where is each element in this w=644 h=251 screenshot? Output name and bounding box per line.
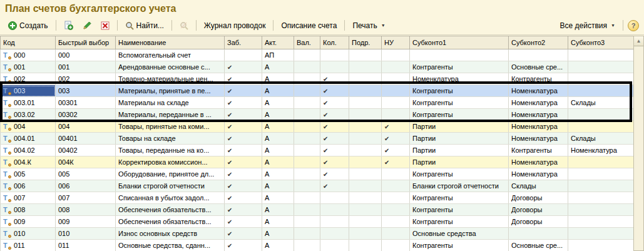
cell-quick-select[interactable]: 00301 <box>56 97 116 109</box>
cell-subconto3[interactable] <box>568 204 634 216</box>
cell-quick-select[interactable]: 00402 <box>56 145 116 156</box>
cell-subconto2[interactable]: Номенклатура <box>509 109 568 121</box>
cell-val[interactable] <box>294 97 320 109</box>
cell-akt[interactable]: А <box>262 109 294 121</box>
cell-subconto2[interactable]: Номенклатура <box>509 168 568 180</box>
cell-name[interactable]: Материалы, принятые в пе... <box>116 85 225 97</box>
table-row[interactable]: Т004.02 00402 Товары, переданные на ко..… <box>1 145 634 156</box>
column-header-quick-select[interactable]: Быстрый выбор <box>56 36 116 49</box>
cell-akt[interactable]: А <box>262 216 294 228</box>
cell-akt[interactable]: А <box>262 156 294 168</box>
cell-subconto1[interactable]: Партии <box>410 133 509 145</box>
cell-val[interactable] <box>294 133 320 145</box>
cell-val[interactable] <box>294 240 320 251</box>
column-header-kol[interactable]: Кол. <box>320 36 349 49</box>
cell-name[interactable]: Обеспечения обязательств... <box>116 204 225 216</box>
cell-quick-select[interactable]: 003 <box>56 85 116 97</box>
column-header-subconto1[interactable]: Субконто1 <box>410 36 509 49</box>
cell-podr[interactable] <box>349 216 382 228</box>
cell-podr[interactable] <box>349 97 382 109</box>
all-actions-button[interactable]: Все действия ▼ <box>557 19 618 32</box>
cell-subconto3[interactable] <box>568 168 634 180</box>
cell-subconto3[interactable] <box>568 73 634 85</box>
cell-nu[interactable] <box>382 240 410 251</box>
cell-subconto1[interactable]: Контрагенты <box>410 97 509 109</box>
cell-name[interactable]: Оборудование, принятое дл... <box>116 168 225 180</box>
cell-subconto2[interactable]: Номенклатура <box>509 121 568 133</box>
cell-quick-select[interactable]: 00401 <box>56 133 116 145</box>
cell-subconto3[interactable] <box>568 49 634 61</box>
column-header-subconto2[interactable]: Субконто2 <box>509 36 568 49</box>
cell-quick-select[interactable]: 005 <box>56 168 116 180</box>
cell-kol[interactable] <box>320 216 349 228</box>
table-row[interactable]: Т005 005 Оборудование, принятое дл... ✔ … <box>1 168 634 180</box>
cell-akt[interactable]: А <box>262 240 294 251</box>
cell-subconto2[interactable]: Договоры <box>509 192 568 204</box>
cell-val[interactable] <box>294 216 320 228</box>
cell-akt[interactable]: А <box>262 192 294 204</box>
cell-val[interactable] <box>294 85 320 97</box>
cell-code[interactable]: Т011 <box>1 240 56 251</box>
cell-nu[interactable] <box>382 109 410 121</box>
cell-subconto2[interactable]: Номенклатура <box>509 133 568 145</box>
cell-val[interactable] <box>294 180 320 192</box>
delete-button[interactable] <box>98 19 113 32</box>
table-row[interactable]: Т000 000 Вспомогательный счет АП <box>1 49 634 61</box>
cell-nu[interactable]: ✔ <box>382 156 410 168</box>
cell-subconto1[interactable]: Основные средства <box>410 228 509 240</box>
cell-subconto1[interactable]: Контрагенты <box>410 204 509 216</box>
table-row[interactable]: Т010 010 Износ основных средств ✔ А Осно… <box>1 228 634 240</box>
cell-subconto2[interactable]: Основные сре... <box>509 61 568 73</box>
cell-val[interactable] <box>294 145 320 156</box>
cell-subconto2[interactable]: Номенклатура <box>509 85 568 97</box>
column-header-akt[interactable]: Акт. <box>262 36 294 49</box>
cell-code[interactable]: Т004.02 <box>1 145 56 156</box>
cell-code[interactable]: Т003 <box>1 85 56 97</box>
create-button[interactable]: Создать <box>5 19 51 32</box>
cell-zab[interactable]: ✔ <box>225 180 262 192</box>
table-row[interactable]: Т008 008 Обеспечения обязательств... ✔ А… <box>1 204 634 216</box>
edit-button[interactable] <box>79 19 95 32</box>
table-row[interactable]: Т009 009 Обеспечения обязательств... ✔ А… <box>1 216 634 228</box>
cell-nu[interactable] <box>382 228 410 240</box>
cell-name[interactable]: Обеспечения обязательств... <box>116 216 225 228</box>
cell-zab[interactable]: ✔ <box>225 133 262 145</box>
cell-nu[interactable] <box>382 180 410 192</box>
cell-akt[interactable]: А <box>262 228 294 240</box>
cell-zab[interactable]: ✔ <box>225 73 262 85</box>
cell-code[interactable]: Т004.01 <box>1 133 56 145</box>
cell-name[interactable]: Товары на складе <box>116 133 225 145</box>
cell-subconto1[interactable]: Контрагенты <box>410 109 509 121</box>
cell-subconto1[interactable]: Контрагенты <box>410 192 509 204</box>
copy-button[interactable] <box>61 19 76 32</box>
cell-subconto2[interactable]: Контрагенты <box>509 145 568 156</box>
cell-zab[interactable]: ✔ <box>225 61 262 73</box>
cell-subconto3[interactable] <box>568 180 634 192</box>
cell-quick-select[interactable]: 00302 <box>56 109 116 121</box>
cell-nu[interactable] <box>382 49 410 61</box>
column-header-subconto3[interactable]: Субконто3 <box>568 36 634 49</box>
cell-quick-select[interactable]: 006 <box>56 180 116 192</box>
cell-nu[interactable] <box>382 85 410 97</box>
clear-search-button[interactable] <box>176 19 192 32</box>
cell-quick-select[interactable]: 009 <box>56 216 116 228</box>
cell-kol[interactable] <box>320 204 349 216</box>
cell-podr[interactable] <box>349 85 382 97</box>
cell-zab[interactable]: ✔ <box>225 156 262 168</box>
cell-akt[interactable]: А <box>262 204 294 216</box>
table-row[interactable]: Т003.02 00302 Материалы, переданные в ..… <box>1 109 634 121</box>
cell-code[interactable]: Т004.К <box>1 156 56 168</box>
cell-val[interactable] <box>294 121 320 133</box>
cell-name[interactable]: Товары, принятые на коми... <box>116 121 225 133</box>
cell-quick-select[interactable]: 007 <box>56 192 116 204</box>
cell-nu[interactable] <box>382 73 410 85</box>
cell-code[interactable]: Т008 <box>1 204 56 216</box>
cell-name[interactable]: Арендованные основные с... <box>116 61 225 73</box>
find-button[interactable]: Найти... <box>122 19 167 32</box>
cell-kol[interactable]: ✔ <box>320 109 349 121</box>
cell-akt[interactable]: А <box>262 61 294 73</box>
cell-kol[interactable] <box>320 61 349 73</box>
cell-subconto3[interactable] <box>568 228 634 240</box>
table-row[interactable]: Т004.К 004К Корректировка комиссион... ✔… <box>1 156 634 168</box>
cell-subconto1[interactable] <box>410 49 509 61</box>
